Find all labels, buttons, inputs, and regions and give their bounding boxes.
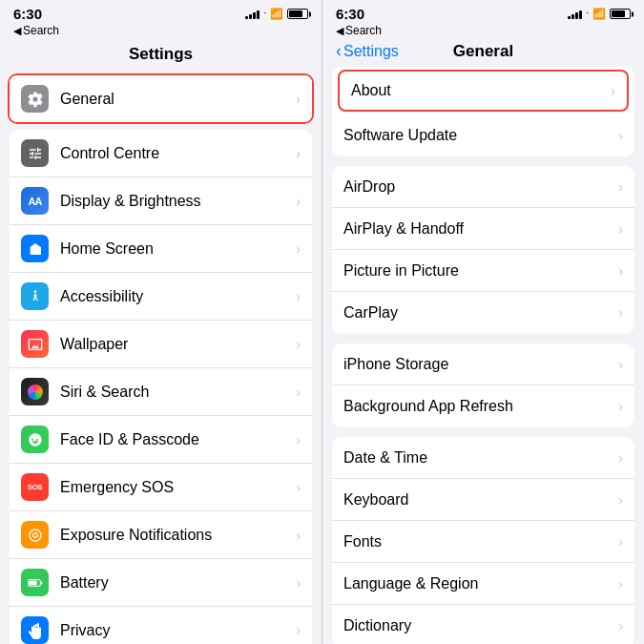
nav-bar-left: ◀ Search: [0, 24, 322, 41]
list-item-general[interactable]: General ›: [10, 75, 312, 122]
signal-bar-r4: [579, 10, 582, 19]
control-centre-chevron: ›: [296, 146, 301, 161]
about-label: About: [351, 82, 607, 99]
list-item-keyboard[interactable]: Keyboard ›: [332, 479, 634, 521]
privacy-icon: [21, 616, 49, 644]
battery-settings-icon: [21, 569, 49, 596]
left-screen: 6:30 ⋅︎ 📶 ◀ Search Settings: [0, 0, 322, 644]
home-screen-label: Home Screen: [60, 240, 292, 258]
list-item-wallpaper[interactable]: Wallpaper ›: [10, 321, 312, 368]
time-left: 6:30: [13, 6, 42, 22]
siri-label: Siri & Search: [60, 384, 292, 401]
status-icons-right: ⋅︎ 📶: [568, 8, 631, 20]
list-item-airplay-handoff[interactable]: AirPlay & Handoff ›: [332, 208, 634, 250]
display-icon-text: AA: [29, 196, 42, 207]
list-item-privacy[interactable]: Privacy ›: [10, 607, 312, 644]
general-highlighted-group[interactable]: General ›: [8, 73, 314, 124]
face-icon: [28, 432, 43, 447]
left-settings-list[interactable]: General › Control Centre › AA: [0, 70, 322, 644]
wifi-icon: ⋅︎ 📶: [263, 8, 283, 20]
connectivity-group[interactable]: AirDrop › AirPlay & Handoff › Picture in…: [332, 166, 634, 334]
back-arrow-right: ◀: [336, 25, 343, 37]
battery-symbol-icon: [28, 578, 43, 588]
status-bar-left: 6:30 ⋅︎ 📶: [0, 0, 322, 24]
back-to-settings-button[interactable]: ‹ Settings: [336, 41, 399, 61]
accessibility-icon: [21, 282, 49, 310]
signal-bar-r3: [575, 12, 578, 19]
wallpaper-icon: [21, 330, 49, 358]
list-item-language-region[interactable]: Language & Region ›: [332, 563, 634, 605]
face-id-icon: [21, 426, 49, 453]
display-icon: AA: [21, 187, 49, 215]
picture-in-picture-label: Picture in Picture: [343, 262, 614, 280]
hand-icon: [29, 622, 42, 639]
airdrop-label: AirDrop: [343, 178, 614, 196]
list-item-date-time[interactable]: Date & Time ›: [332, 437, 634, 479]
home-icon: [28, 241, 43, 257]
battery-icon-right: [610, 9, 631, 19]
storage-group[interactable]: iPhone Storage › Background App Refresh …: [332, 343, 634, 427]
signal-icon: [245, 9, 260, 19]
carplay-label: CarPlay: [343, 304, 614, 322]
face-id-label: Face ID & Passcode: [60, 431, 292, 448]
status-bar-right: 6:30 ⋅︎ 📶: [322, 0, 644, 24]
accessibility-label: Accessibility: [60, 288, 292, 305]
exposure-symbol-icon: [28, 528, 43, 543]
back-arrow-left: ◀: [13, 25, 21, 37]
search-hint-left: ◀ Search: [13, 24, 308, 37]
about-group[interactable]: About › Software Update ›: [332, 67, 634, 156]
time-right: 6:30: [336, 6, 364, 22]
list-item-dictionary[interactable]: Dictionary ›: [332, 605, 634, 644]
search-label-right: Search: [345, 24, 382, 37]
background-app-refresh-label: Background App Refresh: [343, 398, 614, 415]
list-item-accessibility[interactable]: Accessibility ›: [10, 273, 312, 321]
battery-label: Battery: [60, 574, 292, 592]
list-item-airdrop[interactable]: AirDrop ›: [332, 166, 634, 208]
list-item-display[interactable]: AA Display & Brightness ›: [10, 177, 312, 225]
emergency-sos-icon: SOS: [21, 473, 49, 501]
emergency-sos-label: Emergency SOS: [60, 479, 292, 496]
list-item-fonts[interactable]: Fonts ›: [332, 521, 634, 563]
list-item-software-update[interactable]: Software Update ›: [332, 114, 634, 156]
list-item-exposure[interactable]: Exposure Notifications ›: [10, 511, 312, 559]
list-item-home-screen[interactable]: Home Screen ›: [10, 225, 312, 273]
signal-icon-right: [568, 9, 582, 19]
status-icons-left: ⋅︎ 📶: [245, 8, 308, 20]
list-item-background-app-refresh[interactable]: Background App Refresh ›: [332, 385, 634, 427]
signal-bar-2: [249, 14, 252, 19]
system-group[interactable]: Date & Time › Keyboard › Fonts › Languag…: [332, 437, 634, 644]
search-label-left: Search: [23, 24, 59, 37]
list-item-iphone-storage[interactable]: iPhone Storage ›: [332, 343, 634, 385]
back-label: Settings: [343, 43, 399, 60]
signal-bar-r1: [568, 16, 571, 19]
svg-rect-3: [40, 581, 42, 584]
gear-icon: [27, 91, 44, 108]
list-item-battery[interactable]: Battery ›: [10, 559, 312, 607]
dictionary-label: Dictionary: [343, 617, 614, 634]
siri-icon: [21, 378, 49, 405]
sos-text: SOS: [28, 483, 42, 491]
general-label: General: [60, 91, 292, 108]
signal-bar-4: [257, 10, 260, 19]
list-item-picture-in-picture[interactable]: Picture in Picture ›: [332, 250, 634, 292]
list-item-siri[interactable]: Siri & Search ›: [10, 368, 312, 416]
list-item-control-centre[interactable]: Control Centre ›: [10, 130, 312, 177]
nav-bar-right: ◀ Search: [322, 24, 644, 41]
right-title-bar: ‹ Settings General: [322, 41, 644, 67]
general-chevron: ›: [296, 92, 301, 107]
list-item-carplay[interactable]: CarPlay ›: [332, 292, 634, 334]
list-item-face-id[interactable]: Face ID & Passcode ›: [10, 416, 312, 464]
iphone-storage-label: iPhone Storage: [343, 356, 614, 373]
siri-rainbow-icon: [28, 384, 43, 400]
general-icon: [21, 85, 49, 113]
right-settings-list[interactable]: About › Software Update › AirDrop › AirP…: [322, 67, 644, 644]
image-icon: [28, 337, 43, 352]
accessibility-symbol-icon: [28, 289, 43, 304]
general-screen-title: General: [453, 42, 513, 61]
left-screen-title: Settings: [0, 41, 322, 70]
main-settings-group[interactable]: Control Centre › AA Display & Brightness…: [10, 130, 312, 644]
svg-point-0: [33, 290, 36, 293]
privacy-label: Privacy: [60, 622, 292, 639]
list-item-emergency-sos[interactable]: SOS Emergency SOS ›: [10, 464, 312, 511]
list-item-about[interactable]: About ›: [338, 70, 629, 112]
